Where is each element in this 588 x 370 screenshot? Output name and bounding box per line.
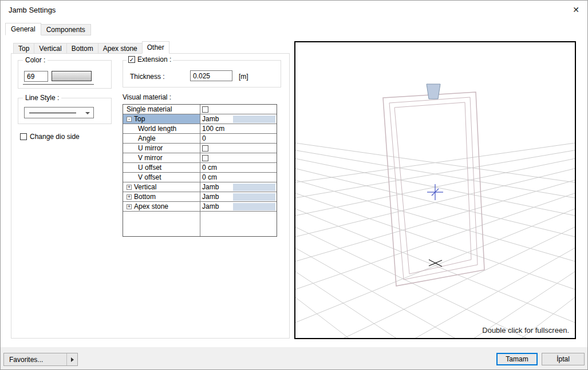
tab-bottom[interactable]: Bottom <box>66 43 98 54</box>
jamb-settings-dialog: Jamb Settings ✕ General Components Top V… <box>0 0 588 370</box>
row-label: V offset <box>123 173 161 181</box>
visual-material-table: Single material - Top Jamb World length … <box>123 104 277 237</box>
line-style-group: Line Style : <box>18 98 112 124</box>
tab-apex-stone[interactable]: Apex stone <box>98 43 143 54</box>
table-row[interactable]: U mirror <box>123 144 277 153</box>
row-value: Jamb <box>202 193 219 201</box>
line-style-combobox[interactable] <box>24 107 94 118</box>
fullscreen-hint: Double click for fullscreen. <box>482 326 569 335</box>
material-swatch[interactable] <box>233 184 275 191</box>
thickness-input[interactable] <box>190 70 232 81</box>
u-mirror-checkbox[interactable] <box>202 145 208 152</box>
favorites-label: Favorites... <box>4 356 66 364</box>
tab-components[interactable]: Components <box>41 24 91 35</box>
row-label: U mirror <box>123 144 163 152</box>
line-style-group-label: Line Style : <box>23 94 61 102</box>
divider <box>23 84 94 85</box>
table-row[interactable]: - Top Jamb <box>123 114 277 124</box>
row-value: 0 <box>202 134 206 142</box>
row-label: U offset <box>123 164 161 172</box>
row-value: Jamb <box>202 202 219 210</box>
main-tab-strip: General Components <box>5 22 90 35</box>
table-row[interactable]: V offset 0 cm <box>123 173 277 182</box>
color-swatch[interactable] <box>52 71 92 81</box>
row-label: Vertical <box>131 183 156 191</box>
table-row[interactable]: + Bottom Jamb <box>123 192 277 202</box>
material-swatch[interactable] <box>233 116 275 123</box>
row-label: V mirror <box>123 154 163 162</box>
v-mirror-checkbox[interactable] <box>202 155 208 161</box>
row-value: Jamb <box>202 115 219 123</box>
color-group-label: Color : <box>23 56 48 64</box>
preview-3d-viewport[interactable]: Double click for fullscreen. <box>294 41 576 339</box>
extension-checkbox[interactable]: ✓ <box>128 56 135 63</box>
apex-stone-marker <box>427 84 440 99</box>
table-row[interactable]: Single material <box>123 105 277 114</box>
row-label: Angle <box>123 134 156 142</box>
color-group: Color : <box>18 60 112 89</box>
material-swatch[interactable] <box>233 203 275 210</box>
change-dio-side-option[interactable]: Change dio side <box>20 133 80 141</box>
material-swatch[interactable] <box>233 193 275 201</box>
change-dio-side-label: Change dio side <box>30 133 80 141</box>
visual-material-label: Visual material : <box>123 93 171 101</box>
row-value: 100 cm <box>202 125 224 133</box>
row-value: Jamb <box>202 183 219 191</box>
row-label: Single material <box>123 105 172 113</box>
tab-top[interactable]: Top <box>13 43 34 54</box>
extension-group: ✓ Extension : Thickness : [m] <box>123 60 281 87</box>
row-value: 0 cm <box>202 164 217 172</box>
tab-general[interactable]: General <box>5 23 41 35</box>
extension-label: Extension : <box>137 55 171 63</box>
row-label: Top <box>131 115 145 123</box>
arrow-right-icon[interactable] <box>67 357 77 362</box>
table-row[interactable]: + Vertical Jamb <box>123 182 277 192</box>
single-material-checkbox[interactable] <box>202 106 208 113</box>
titlebar: Jamb Settings ✕ <box>1 1 587 19</box>
table-row[interactable]: + Apex stone Jamb <box>123 202 277 212</box>
sub-tab-strip: Top Vertical Bottom Apex stone Other <box>13 41 169 54</box>
cancel-button[interactable]: İptal <box>542 353 585 365</box>
tab-vertical[interactable]: Vertical <box>34 43 66 54</box>
table-row[interactable]: Angle 0 <box>123 134 277 144</box>
preview-scene <box>295 42 575 338</box>
change-dio-side-checkbox[interactable] <box>20 133 27 140</box>
favorites-button[interactable]: Favorites... <box>3 353 78 366</box>
line-style-preview <box>29 113 76 113</box>
window-title: Jamb Settings <box>9 6 56 14</box>
extension-header[interactable]: ✓ Extension : <box>127 55 173 63</box>
row-label: Apex stone <box>131 202 168 210</box>
tab-other[interactable]: Other <box>142 41 169 54</box>
close-icon[interactable]: ✕ <box>573 5 579 14</box>
table-row[interactable]: U offset 0 cm <box>123 163 277 173</box>
thickness-unit: [m] <box>239 73 248 81</box>
row-label: Bottom <box>131 193 156 201</box>
ok-button[interactable]: Tamam <box>496 353 538 365</box>
table-row[interactable]: World length 100 cm <box>123 124 277 134</box>
chevron-down-icon[interactable] <box>85 112 90 114</box>
table-row[interactable]: V mirror <box>123 153 277 163</box>
row-label: World length <box>123 125 176 133</box>
thickness-label: Thickness : <box>130 73 165 81</box>
axis-gizmo-icon <box>427 184 443 200</box>
row-value: 0 cm <box>202 173 217 181</box>
color-number-input[interactable] <box>24 71 48 82</box>
